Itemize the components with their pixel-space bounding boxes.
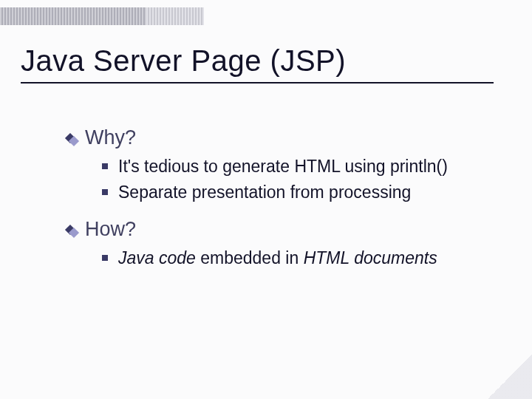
slide-title: Java Server Page (JSP) <box>21 44 494 83</box>
decorative-top-band <box>0 7 532 25</box>
decorative-strip <box>146 7 204 25</box>
square-bullet-icon <box>102 163 108 169</box>
bullet-level2: Separate presentation from processing <box>102 181 488 204</box>
square-bullet-icon <box>102 255 108 261</box>
square-bullet-icon <box>102 189 108 195</box>
decorative-corner <box>488 355 532 399</box>
slide-body: Why? It's tedious to generate HTML using… <box>66 126 488 283</box>
diamond-bullet-icon <box>66 225 78 236</box>
list-item: Separate presentation from processing <box>118 181 411 204</box>
section-heading: How? <box>85 217 136 242</box>
sub-list: It's tedious to generate HTML using prin… <box>102 155 488 204</box>
bullet-level2: It's tedious to generate HTML using prin… <box>102 155 488 178</box>
italic-text: Java code <box>118 248 196 267</box>
bullet-level1: How? <box>66 217 488 242</box>
slide: Java Server Page (JSP) Why? It's tedious… <box>0 0 532 399</box>
bullet-level1: Why? <box>66 126 488 151</box>
list-item: It's tedious to generate HTML using prin… <box>118 155 448 178</box>
section-heading: Why? <box>85 126 136 151</box>
sub-list: Java code embedded in HTML documents <box>102 247 488 270</box>
decorative-strip <box>0 7 146 25</box>
italic-text: HTML documents <box>304 248 437 267</box>
diamond-bullet-icon <box>66 134 78 145</box>
list-item: Java code embedded in HTML documents <box>118 247 437 270</box>
bullet-level2: Java code embedded in HTML documents <box>102 247 488 270</box>
plain-text: embedded in <box>196 248 304 267</box>
